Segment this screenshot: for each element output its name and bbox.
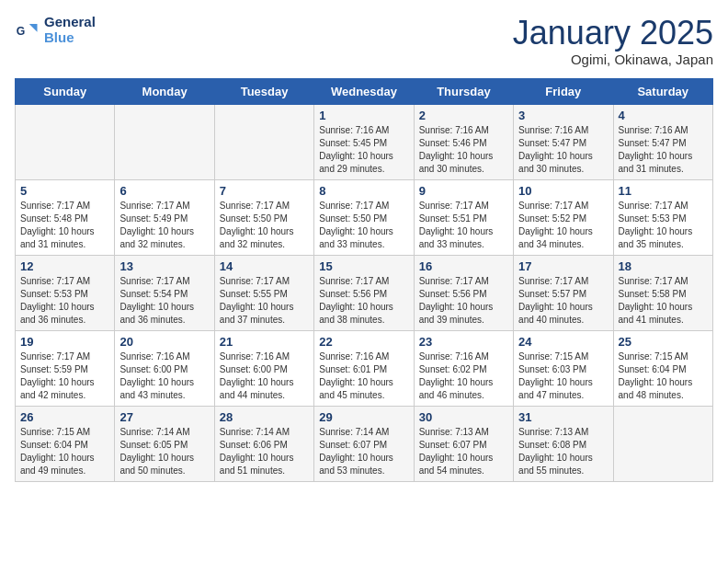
calendar-table: SundayMondayTuesdayWednesdayThursdayFrid… [15,78,713,482]
logo: G General Blue [15,15,96,45]
day-info: Sunrise: 7:17 AM Sunset: 5:49 PM Dayligh… [119,200,209,251]
day-number: 22 [319,335,408,349]
weekday-header-row: SundayMondayTuesdayWednesdayThursdayFrid… [16,78,713,104]
day-number: 3 [518,109,608,122]
calendar-cell [214,104,313,179]
day-info: Sunrise: 7:13 AM Sunset: 6:07 PM Dayligh… [419,426,508,477]
day-number: 18 [619,259,708,273]
day-info: Sunrise: 7:16 AM Sunset: 6:00 PM Dayligh… [119,350,209,402]
day-number: 17 [518,259,608,273]
day-info: Sunrise: 7:15 AM Sunset: 6:04 PM Dayligh… [20,426,109,477]
calendar-cell: 16Sunrise: 7:17 AM Sunset: 5:56 PM Dayli… [414,255,513,330]
day-info: Sunrise: 7:16 AM Sunset: 5:46 PM Dayligh… [419,124,508,176]
calendar-week-row: 12Sunrise: 7:17 AM Sunset: 5:53 PM Dayli… [16,255,713,330]
day-number: 13 [119,259,209,273]
day-info: Sunrise: 7:17 AM Sunset: 5:54 PM Dayligh… [119,275,209,327]
day-number: 29 [319,410,408,424]
weekday-header-friday: Friday [514,78,613,104]
calendar-cell: 23Sunrise: 7:16 AM Sunset: 6:02 PM Dayli… [414,330,513,406]
calendar-cell: 1Sunrise: 7:16 AM Sunset: 5:45 PM Daylig… [314,104,414,179]
calendar-cell: 14Sunrise: 7:17 AM Sunset: 5:55 PM Dayli… [214,255,313,330]
day-number: 28 [220,410,309,424]
logo-icon: G [15,17,40,43]
day-number: 1 [319,109,408,122]
day-info: Sunrise: 7:16 AM Sunset: 5:45 PM Dayligh… [319,124,408,176]
day-number: 20 [119,335,209,349]
calendar-cell: 5Sunrise: 7:17 AM Sunset: 5:48 PM Daylig… [16,179,115,255]
page-header: G General Blue January 2025 Ogimi, Okina… [15,15,713,67]
calendar-cell: 8Sunrise: 7:17 AM Sunset: 5:50 PM Daylig… [314,179,414,255]
weekday-header-monday: Monday [115,78,214,104]
day-info: Sunrise: 7:16 AM Sunset: 6:01 PM Dayligh… [319,350,408,402]
day-info: Sunrise: 7:17 AM Sunset: 5:50 PM Dayligh… [319,200,408,251]
day-number: 2 [419,109,508,122]
day-number: 9 [419,184,508,198]
day-number: 12 [20,259,109,273]
calendar-week-row: 19Sunrise: 7:17 AM Sunset: 5:59 PM Dayli… [16,330,713,406]
day-info: Sunrise: 7:17 AM Sunset: 5:55 PM Dayligh… [220,275,309,327]
day-info: Sunrise: 7:14 AM Sunset: 6:06 PM Dayligh… [220,426,309,477]
calendar-cell: 19Sunrise: 7:17 AM Sunset: 5:59 PM Dayli… [16,330,115,406]
day-number: 25 [619,335,708,349]
day-number: 14 [220,259,309,273]
calendar-cell: 17Sunrise: 7:17 AM Sunset: 5:57 PM Dayli… [514,255,613,330]
calendar-week-row: 5Sunrise: 7:17 AM Sunset: 5:48 PM Daylig… [16,179,713,255]
day-info: Sunrise: 7:17 AM Sunset: 5:48 PM Dayligh… [20,200,109,251]
calendar-cell: 28Sunrise: 7:14 AM Sunset: 6:06 PM Dayli… [214,406,313,481]
calendar-cell: 21Sunrise: 7:16 AM Sunset: 6:00 PM Dayli… [214,330,313,406]
day-info: Sunrise: 7:16 AM Sunset: 6:00 PM Dayligh… [220,350,309,402]
weekday-header-sunday: Sunday [16,78,115,104]
svg-text:G: G [17,25,26,38]
day-info: Sunrise: 7:17 AM Sunset: 5:50 PM Dayligh… [220,200,309,251]
day-number: 7 [220,184,309,198]
day-number: 11 [619,184,708,198]
day-info: Sunrise: 7:17 AM Sunset: 5:57 PM Dayligh… [518,275,608,327]
day-info: Sunrise: 7:14 AM Sunset: 6:05 PM Dayligh… [119,426,209,477]
day-info: Sunrise: 7:16 AM Sunset: 6:02 PM Dayligh… [419,350,508,402]
calendar-cell: 2Sunrise: 7:16 AM Sunset: 5:46 PM Daylig… [414,104,513,179]
day-info: Sunrise: 7:16 AM Sunset: 5:47 PM Dayligh… [619,124,708,176]
calendar-title: January 2025 [513,15,713,52]
day-number: 6 [119,184,209,198]
day-info: Sunrise: 7:13 AM Sunset: 6:08 PM Dayligh… [518,426,608,477]
calendar-subtitle: Ogimi, Okinawa, Japan [513,52,713,67]
logo-line2: Blue [44,30,96,46]
svg-marker-1 [29,24,38,32]
calendar-cell: 29Sunrise: 7:14 AM Sunset: 6:07 PM Dayli… [314,406,414,481]
day-info: Sunrise: 7:15 AM Sunset: 6:03 PM Dayligh… [518,350,608,402]
title-block: January 2025 Ogimi, Okinawa, Japan [513,15,713,67]
calendar-cell [115,104,214,179]
day-number: 24 [518,335,608,349]
day-number: 5 [20,184,109,198]
day-info: Sunrise: 7:17 AM Sunset: 5:58 PM Dayligh… [619,275,708,327]
day-number: 15 [319,259,408,273]
day-info: Sunrise: 7:17 AM Sunset: 5:51 PM Dayligh… [419,200,508,251]
day-number: 19 [20,335,109,349]
calendar-cell: 9Sunrise: 7:17 AM Sunset: 5:51 PM Daylig… [414,179,513,255]
calendar-cell: 24Sunrise: 7:15 AM Sunset: 6:03 PM Dayli… [514,330,613,406]
weekday-header-thursday: Thursday [414,78,513,104]
day-info: Sunrise: 7:17 AM Sunset: 5:59 PM Dayligh… [20,350,109,402]
day-number: 26 [20,410,109,424]
calendar-cell: 3Sunrise: 7:16 AM Sunset: 5:47 PM Daylig… [514,104,613,179]
calendar-cell: 15Sunrise: 7:17 AM Sunset: 5:56 PM Dayli… [314,255,414,330]
calendar-cell: 31Sunrise: 7:13 AM Sunset: 6:08 PM Dayli… [514,406,613,481]
calendar-cell: 13Sunrise: 7:17 AM Sunset: 5:54 PM Dayli… [115,255,214,330]
calendar-cell: 20Sunrise: 7:16 AM Sunset: 6:00 PM Dayli… [115,330,214,406]
calendar-cell: 26Sunrise: 7:15 AM Sunset: 6:04 PM Dayli… [16,406,115,481]
calendar-cell: 7Sunrise: 7:17 AM Sunset: 5:50 PM Daylig… [214,179,313,255]
day-info: Sunrise: 7:17 AM Sunset: 5:53 PM Dayligh… [20,275,109,327]
day-info: Sunrise: 7:16 AM Sunset: 5:47 PM Dayligh… [518,124,608,176]
day-info: Sunrise: 7:14 AM Sunset: 6:07 PM Dayligh… [319,426,408,477]
logo-line1: General [44,15,96,30]
day-number: 31 [518,410,608,424]
calendar-cell: 12Sunrise: 7:17 AM Sunset: 5:53 PM Dayli… [16,255,115,330]
calendar-cell: 25Sunrise: 7:15 AM Sunset: 6:04 PM Dayli… [613,330,712,406]
day-info: Sunrise: 7:17 AM Sunset: 5:53 PM Dayligh… [619,200,708,251]
day-number: 21 [220,335,309,349]
calendar-week-row: 1Sunrise: 7:16 AM Sunset: 5:45 PM Daylig… [16,104,713,179]
day-info: Sunrise: 7:17 AM Sunset: 5:56 PM Dayligh… [419,275,508,327]
day-info: Sunrise: 7:15 AM Sunset: 6:04 PM Dayligh… [619,350,708,402]
day-number: 27 [119,410,209,424]
calendar-cell: 18Sunrise: 7:17 AM Sunset: 5:58 PM Dayli… [613,255,712,330]
